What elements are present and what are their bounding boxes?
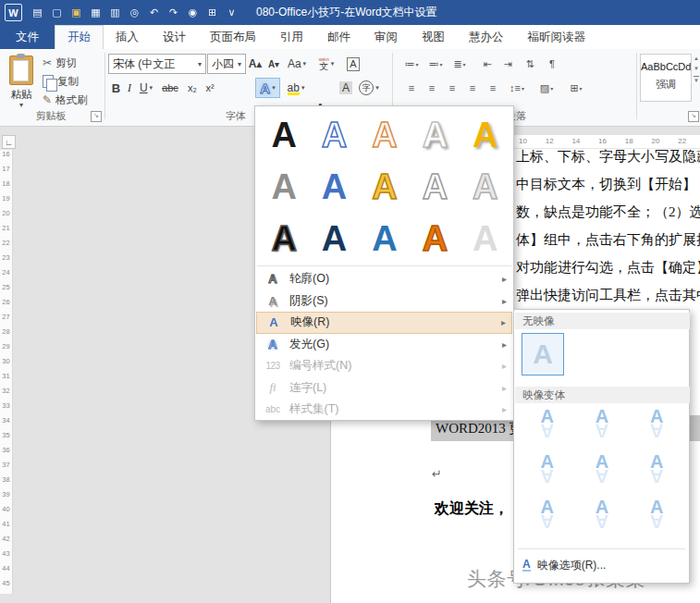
numbered-list-button[interactable]: ≕▾ [425, 54, 446, 74]
shrink-font-button[interactable]: A▾ [265, 54, 282, 74]
menu-item-numstyle[interactable]: 123编号样式(N)▸ [256, 355, 512, 377]
reflection-variant-8[interactable]: AA [574, 497, 629, 542]
tab-页面布局[interactable]: 页面布局 [198, 25, 268, 49]
tab-审阅[interactable]: 审阅 [362, 25, 410, 49]
borders-button[interactable]: ⊞▾ [566, 78, 586, 98]
reflection-variant-9[interactable]: AA [630, 497, 684, 542]
font-name-combo[interactable]: 宋体 (中文正 [108, 54, 206, 74]
no-reflection-option[interactable]: A [522, 333, 564, 375]
tab-福昕阅读器[interactable]: 福昕阅读器 [516, 25, 598, 49]
gallery-down-icon[interactable]: ▼ [694, 66, 699, 71]
superscript-button[interactable]: x² [202, 78, 218, 98]
reflection-variant-2[interactable]: AA [574, 406, 629, 451]
underline-button[interactable]: U [136, 78, 156, 98]
text-effect-style-7[interactable]: A [309, 161, 359, 213]
bold-button[interactable]: B [109, 78, 123, 98]
find-icon[interactable]: ◎ [125, 0, 144, 25]
text-highlight-button[interactable]: ab [283, 78, 309, 98]
enclose-characters-button[interactable]: 字 [358, 78, 380, 98]
align-center-button[interactable]: ≡ [422, 78, 442, 98]
tab-邮件[interactable]: 邮件 [315, 25, 362, 49]
text-effect-style-15[interactable]: A [461, 213, 510, 265]
text-effect-style-9[interactable]: A [410, 161, 460, 213]
styles-dialog-launcher[interactable]: ↘ [688, 111, 699, 122]
distribute-button[interactable]: ≡ [483, 78, 503, 98]
font-size-combo[interactable]: 小四 [207, 54, 246, 74]
align-left-button[interactable]: ≡ [401, 78, 422, 98]
menu-item-outline[interactable]: A轮廓(O)▸ [256, 268, 512, 290]
redo-icon[interactable]: ↷ [164, 0, 183, 25]
tab-慧办公[interactable]: 慧办公 [457, 25, 516, 49]
show-marks-button[interactable]: ¶ [542, 54, 562, 74]
text-effect-style-10[interactable]: A [461, 161, 510, 213]
text-effect-style-5[interactable]: A [461, 109, 510, 161]
tab-设计[interactable]: 设计 [151, 25, 198, 49]
reflection-variant-1[interactable]: AA [520, 406, 574, 451]
change-case-button[interactable]: Aa [285, 54, 309, 74]
gallery-up-icon[interactable]: ▲ [694, 55, 699, 61]
increase-indent-button[interactable]: ⇥ [497, 54, 518, 74]
cut-button[interactable]: ✂ 剪切 [43, 55, 77, 71]
text-effect-style-12[interactable]: A [309, 213, 359, 265]
tab-插入[interactable]: 插入 [104, 25, 151, 49]
menu-item-glow[interactable]: A发光(G)▸ [256, 334, 512, 356]
menu-item-shadow[interactable]: A阴影(S)▸ [256, 290, 512, 313]
menu-item-ligature[interactable]: fi连字(L)▸ [256, 377, 512, 400]
sort-button[interactable]: ⇅ [520, 54, 540, 74]
character-border-button[interactable]: A [344, 54, 362, 74]
align-right-button[interactable]: ≡ [442, 78, 462, 98]
text-effect-style-8[interactable]: A [360, 161, 410, 213]
tab-开始[interactable]: 开始 [55, 25, 104, 49]
menu-item-styleset[interactable]: abc样式集(T)▸ [256, 399, 512, 421]
horizontal-ruler[interactable]: 10121416182022 [513, 135, 700, 149]
undo-icon[interactable]: ↶ [144, 0, 164, 25]
italic-button[interactable]: I [124, 78, 135, 98]
reflection-variant-5[interactable]: AA [574, 451, 629, 497]
text-effect-style-2[interactable]: A [309, 109, 359, 161]
tab-selector[interactable]: ∟ [2, 135, 16, 149]
open-folder-icon[interactable]: ▣ [67, 0, 86, 25]
text-effect-style-4[interactable]: A [410, 109, 460, 161]
tab-引用[interactable]: 引用 [268, 25, 315, 49]
shading-button[interactable]: ▨▾ [536, 78, 557, 98]
clipboard-dialog-launcher[interactable]: ↘ [91, 111, 102, 122]
new-document-icon[interactable]: ▢ [47, 0, 67, 25]
text-effect-style-1[interactable]: A [259, 109, 309, 161]
line-spacing-button[interactable]: ↕≡▾ [507, 78, 527, 98]
reflection-variant-7[interactable]: AA [520, 497, 574, 542]
bullet-list-button[interactable]: ≔▾ [401, 54, 422, 74]
vertical-ruler[interactable]: 1617181920212223242526272829303132333435… [0, 150, 13, 594]
subscript-button[interactable]: x₂ [184, 78, 201, 98]
gallery-more-icon[interactable]: ▼ [694, 76, 699, 83]
menu-item-reflection[interactable]: A映像(R)▸ [256, 312, 512, 334]
tab-视图[interactable]: 视图 [410, 25, 457, 49]
table-icon[interactable]: ⊞ [203, 0, 222, 25]
grow-font-button[interactable]: A▴ [246, 54, 264, 74]
print-preview-icon[interactable]: ▥ [105, 0, 125, 25]
tab-文件[interactable]: 文件 [0, 25, 55, 49]
text-effect-style-6[interactable]: A [259, 161, 309, 213]
copy-button[interactable]: 复制 [43, 73, 79, 90]
text-effect-style-14[interactable]: A [410, 213, 460, 265]
reflection-variant-3[interactable]: AA [630, 406, 684, 451]
save-icon[interactable]: ▤ [28, 0, 47, 25]
multilevel-list-button[interactable]: ≣▾ [449, 54, 470, 74]
strikethrough-button[interactable]: abc [158, 78, 182, 98]
style-emphasis-card[interactable]: AaBbCcDd 强调 [640, 54, 692, 102]
print-icon[interactable]: ▦ [86, 0, 105, 25]
decrease-indent-button[interactable]: ⇤ [477, 54, 497, 74]
justify-button[interactable]: ≡ [462, 78, 483, 98]
touch-mode-icon[interactable]: ◉ [183, 0, 203, 25]
paste-button[interactable]: 粘贴 ▾ [3, 52, 40, 115]
phonetic-guide-button[interactable]: wén 文 [314, 54, 338, 74]
reflection-variant-4[interactable]: AA [520, 451, 574, 497]
quick-access-dropdown-icon[interactable]: ∨ [222, 0, 241, 25]
text-effects-button[interactable]: A [255, 78, 280, 98]
character-shading-button[interactable]: A [337, 78, 355, 98]
reflection-variant-6[interactable]: AA [630, 451, 684, 497]
reflection-options-item[interactable]: A 映像选项(R)... [515, 553, 695, 577]
format-painter-button[interactable]: ✎ 格式刷 [43, 92, 88, 108]
text-effect-style-11[interactable]: A [259, 213, 309, 265]
text-effect-style-13[interactable]: A [360, 213, 410, 265]
text-effect-style-3[interactable]: A [360, 109, 410, 161]
